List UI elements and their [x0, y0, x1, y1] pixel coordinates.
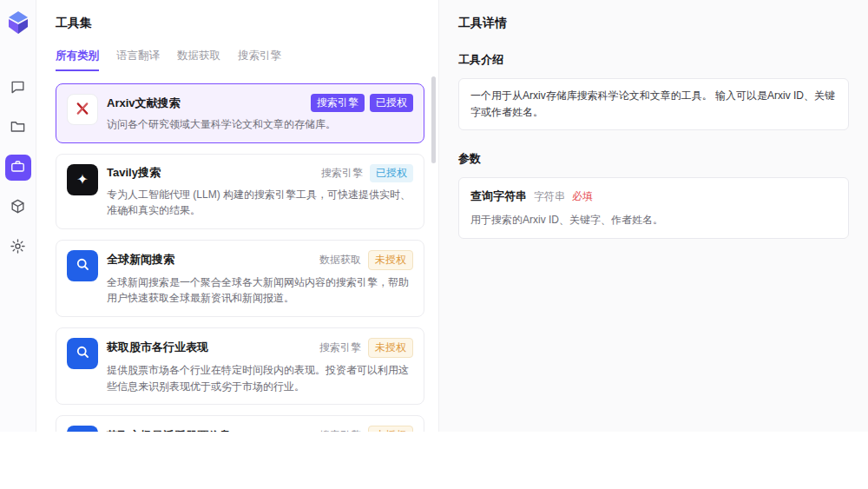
- tool-icon: ✦: [67, 426, 98, 432]
- auth-status-badge: 未授权: [368, 426, 413, 432]
- sidebar: [0, 0, 36, 432]
- scrollbar-thumb[interactable]: [431, 76, 436, 163]
- tool-icon: ✦: [67, 338, 98, 369]
- tool-card[interactable]: ✦ Tavily搜索 搜索引擎 已授权 专为人工智能代理 (LLM) 构建的搜索…: [56, 154, 424, 229]
- tool-title: 全球新闻搜索: [107, 252, 174, 268]
- tool-body: 获取市场最活跃股票信息 搜索引擎 未授权 提供当天交易量最高的股票列表，投资者可…: [107, 426, 413, 432]
- tool-head: 获取市场最活跃股票信息 搜索引擎 未授权: [107, 426, 413, 432]
- sidebar-item-plugins[interactable]: [5, 195, 31, 221]
- category-tab[interactable]: 搜索引擎: [238, 49, 281, 71]
- tool-head: 全球新闻搜索 数据获取 未授权: [107, 250, 413, 270]
- tool-card[interactable]: ✦ 获取股市各行业表现 搜索引擎 未授权 提供股票市场各个行业在特定时间段内的表…: [56, 327, 424, 405]
- params-heading: 参数: [458, 151, 849, 167]
- tool-body: Tavily搜索 搜索引擎 已授权 专为人工智能代理 (LLM) 构建的搜索引擎…: [107, 164, 413, 219]
- param-head: 查询字符串 字符串 必填: [470, 188, 837, 204]
- tool-title: Tavily搜索: [107, 165, 161, 181]
- tool-card[interactable]: ✦ 全球新闻搜索 数据获取 未授权 全球新闻搜索是一个聚合全球各大新闻网站内容的…: [56, 240, 424, 317]
- tool-badges: 搜索引擎 已授权: [311, 94, 413, 112]
- tools-panel-title: 工具集: [56, 16, 424, 31]
- sidebar-item-chat[interactable]: [5, 75, 31, 101]
- tool-title: 获取市场最活跃股票信息: [107, 428, 231, 432]
- search-logo-icon: [75, 256, 90, 274]
- search-logo-icon: [75, 344, 90, 362]
- tavily-sparkle-icon: ✦: [76, 173, 88, 187]
- param-item: 查询字符串 字符串 必填 用于搜索的Arxiv ID、关键字、作者姓名。: [458, 177, 849, 239]
- auth-status-badge: 未授权: [368, 338, 413, 358]
- folder-icon: [10, 118, 26, 138]
- param-description: 用于搜索的Arxiv ID、关键字、作者姓名。: [470, 212, 837, 228]
- auth-status-badge: 已授权: [370, 164, 413, 182]
- gear-icon: [10, 238, 26, 258]
- category-tab[interactable]: 数据获取: [177, 49, 220, 71]
- tool-intro-text: 一个用于从Arxiv存储库搜索科学论文和文章的工具。 输入可以是Arxiv ID…: [458, 78, 849, 130]
- tool-head: Arxiv文献搜索 搜索引擎 已授权: [107, 94, 413, 112]
- category-tab[interactable]: 语言翻译: [116, 49, 160, 71]
- tool-badges: 搜索引擎 已授权: [319, 164, 413, 182]
- tool-description: 提供股票市场各个行业在特定时间段内的表现。投资者可以利用这些信息来识别表现优于或…: [107, 362, 413, 394]
- category-tabs: 所有类别语言翻译数据获取搜索引擎: [56, 49, 424, 71]
- tool-body: 获取股市各行业表现 搜索引擎 未授权 提供股票市场各个行业在特定时间段内的表现。…: [107, 338, 413, 394]
- tool-head: Tavily搜索 搜索引擎 已授权: [107, 164, 413, 182]
- tool-list: ✦ Arxiv文献搜索 搜索引擎 已授权 访问各个研究领域大量科学论文和文章的存…: [56, 83, 424, 432]
- category-tab[interactable]: 所有类别: [56, 49, 99, 71]
- chat-icon: [10, 78, 26, 98]
- category-badge: 数据获取: [318, 251, 363, 269]
- app-logo-icon[interactable]: [7, 10, 30, 35]
- tool-icon: ✦: [67, 164, 98, 195]
- tool-card[interactable]: ✦ Arxiv文献搜索 搜索引擎 已授权 访问各个研究领域大量科学论文和文章的存…: [56, 83, 424, 143]
- tool-icon: ✦: [67, 94, 98, 125]
- param-name: 查询字符串: [470, 188, 527, 204]
- sidebar-item-settings[interactable]: [5, 235, 31, 261]
- tool-badges: 搜索引擎 未授权: [318, 426, 413, 432]
- tool-title: 获取股市各行业表现: [107, 340, 208, 355]
- tool-card[interactable]: ✦ 获取市场最活跃股票信息 搜索引擎 未授权 提供当天交易量最高的股票列表，投资…: [56, 415, 424, 432]
- tool-head: 获取股市各行业表现 搜索引擎 未授权: [107, 338, 413, 358]
- tool-title: Arxiv文献搜索: [107, 96, 181, 111]
- category-badge: 搜索引擎: [318, 426, 363, 432]
- auth-status-badge: 已授权: [370, 94, 413, 112]
- tool-details-panel: 工具详情 工具介绍 一个用于从Arxiv存储库搜索科学论文和文章的工具。 输入可…: [438, 0, 868, 432]
- tool-body: Arxiv文献搜索 搜索引擎 已授权 访问各个研究领域大量科学论文和文章的存储库…: [107, 94, 413, 133]
- tool-description: 全球新闻搜索是一个聚合全球各大新闻网站内容的搜索引擎，帮助用户快速获取全球最新资…: [107, 274, 413, 307]
- tool-badges: 数据获取 未授权: [318, 250, 413, 270]
- tools-panel: 工具集 所有类别语言翻译数据获取搜索引擎 ✦ Arxiv文献搜索: [36, 0, 438, 432]
- param-type: 字符串: [534, 189, 565, 204]
- category-badge: 搜索引擎: [311, 94, 365, 112]
- intro-heading: 工具介绍: [458, 52, 849, 68]
- package-icon: [10, 198, 26, 218]
- arxiv-logo-icon: [75, 101, 90, 119]
- sidebar-item-tools[interactable]: [5, 155, 31, 181]
- auth-status-badge: 未授权: [368, 250, 413, 270]
- sidebar-item-files[interactable]: [5, 115, 31, 141]
- tool-icon: ✦: [67, 250, 98, 281]
- tool-description: 访问各个研究领域大量科学论文和文章的存储库。: [107, 116, 413, 133]
- scrollbar-track: [431, 76, 436, 420]
- tool-description: 专为人工智能代理 (LLM) 构建的搜索引擎工具，可快速提供实时、准确和真实的结…: [107, 187, 413, 219]
- category-badge: 搜索引擎: [319, 164, 365, 182]
- category-badge: 搜索引擎: [318, 339, 363, 357]
- briefcase-icon: [10, 158, 26, 178]
- tool-body: 全球新闻搜索 数据获取 未授权 全球新闻搜索是一个聚合全球各大新闻网站内容的搜索…: [107, 250, 413, 307]
- tool-badges: 搜索引擎 未授权: [318, 338, 413, 358]
- param-required-badge: 必填: [572, 189, 593, 204]
- app-window: 工具集 所有类别语言翻译数据获取搜索引擎 ✦ Arxiv文献搜索: [0, 0, 868, 432]
- details-panel-title: 工具详情: [458, 16, 849, 31]
